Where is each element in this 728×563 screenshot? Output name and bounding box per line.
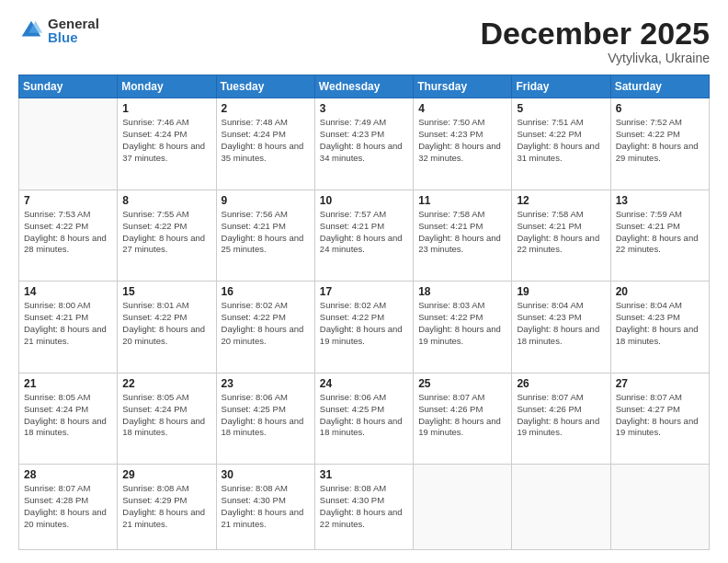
- calendar-cell: 23Sunrise: 8:06 AMSunset: 4:25 PMDayligh…: [216, 373, 314, 465]
- day-info: Sunrise: 7:46 AMSunset: 4:24 PMDaylight:…: [122, 117, 210, 164]
- calendar-cell: 20Sunrise: 8:04 AMSunset: 4:23 PMDayligh…: [610, 282, 709, 373]
- week-row-4: 21Sunrise: 8:05 AMSunset: 4:24 PMDayligh…: [19, 373, 710, 465]
- calendar-cell: [19, 98, 118, 190]
- calendar-cell: 19Sunrise: 8:04 AMSunset: 4:23 PMDayligh…: [512, 282, 610, 373]
- calendar-cell: 24Sunrise: 8:06 AMSunset: 4:25 PMDayligh…: [314, 373, 413, 465]
- day-number: 12: [517, 194, 605, 207]
- day-number: 10: [320, 194, 408, 207]
- title-block: December 2025 Vytylivka, Ukraine: [480, 17, 710, 65]
- day-number: 19: [517, 285, 605, 298]
- calendar-cell: 17Sunrise: 8:02 AMSunset: 4:22 PMDayligh…: [314, 282, 413, 373]
- day-info: Sunrise: 8:04 AMSunset: 4:23 PMDaylight:…: [616, 300, 704, 347]
- day-number: 14: [24, 285, 112, 298]
- calendar-cell: 3Sunrise: 7:49 AMSunset: 4:23 PMDaylight…: [314, 98, 413, 190]
- calendar-cell: 21Sunrise: 8:05 AMSunset: 4:24 PMDayligh…: [19, 373, 118, 465]
- day-info: Sunrise: 8:02 AMSunset: 4:22 PMDaylight:…: [320, 300, 408, 347]
- logo: General Blue: [18, 17, 99, 44]
- day-number: 9: [222, 194, 310, 207]
- weekday-header-friday: Friday: [512, 75, 610, 98]
- calendar-cell: 1Sunrise: 7:46 AMSunset: 4:24 PMDaylight…: [118, 98, 216, 190]
- calendar-cell: 27Sunrise: 8:07 AMSunset: 4:27 PMDayligh…: [610, 373, 709, 465]
- day-number: 23: [222, 377, 310, 390]
- logo-general-text: General: [48, 17, 99, 30]
- day-number: 22: [122, 377, 210, 390]
- day-info: Sunrise: 7:59 AMSunset: 4:21 PMDaylight:…: [616, 209, 704, 256]
- month-title: December 2025: [480, 17, 710, 51]
- day-info: Sunrise: 8:02 AMSunset: 4:22 PMDaylight:…: [222, 300, 310, 347]
- day-info: Sunrise: 7:49 AMSunset: 4:23 PMDaylight:…: [320, 117, 408, 164]
- day-info: Sunrise: 7:51 AMSunset: 4:22 PMDaylight:…: [517, 117, 605, 164]
- weekday-header-thursday: Thursday: [414, 75, 512, 98]
- day-number: 30: [222, 468, 310, 481]
- weekday-header-row: SundayMondayTuesdayWednesdayThursdayFrid…: [19, 75, 710, 98]
- day-info: Sunrise: 8:08 AMSunset: 4:29 PMDaylight:…: [122, 483, 210, 530]
- calendar-cell: 9Sunrise: 7:56 AMSunset: 4:21 PMDaylight…: [216, 190, 314, 282]
- calendar-cell: 29Sunrise: 8:08 AMSunset: 4:29 PMDayligh…: [118, 465, 216, 550]
- calendar-cell: 2Sunrise: 7:48 AMSunset: 4:24 PMDaylight…: [216, 98, 314, 190]
- day-info: Sunrise: 7:53 AMSunset: 4:22 PMDaylight:…: [24, 209, 112, 256]
- day-info: Sunrise: 8:04 AMSunset: 4:23 PMDaylight:…: [517, 300, 605, 347]
- day-info: Sunrise: 7:58 AMSunset: 4:21 PMDaylight:…: [418, 209, 506, 256]
- day-info: Sunrise: 7:56 AMSunset: 4:21 PMDaylight:…: [222, 209, 310, 256]
- week-row-5: 28Sunrise: 8:07 AMSunset: 4:28 PMDayligh…: [19, 465, 710, 550]
- day-number: 27: [616, 377, 704, 390]
- day-number: 11: [418, 194, 506, 207]
- calendar-cell: 22Sunrise: 8:05 AMSunset: 4:24 PMDayligh…: [118, 373, 216, 465]
- week-row-3: 14Sunrise: 8:00 AMSunset: 4:21 PMDayligh…: [19, 282, 710, 373]
- calendar-cell: 13Sunrise: 7:59 AMSunset: 4:21 PMDayligh…: [610, 190, 709, 282]
- calendar-cell: 28Sunrise: 8:07 AMSunset: 4:28 PMDayligh…: [19, 465, 118, 550]
- day-info: Sunrise: 8:06 AMSunset: 4:25 PMDaylight:…: [320, 392, 408, 439]
- calendar-cell: [610, 465, 709, 550]
- day-info: Sunrise: 7:57 AMSunset: 4:21 PMDaylight:…: [320, 209, 408, 256]
- weekday-header-saturday: Saturday: [610, 75, 709, 98]
- day-info: Sunrise: 7:52 AMSunset: 4:22 PMDaylight:…: [616, 117, 704, 164]
- day-number: 31: [320, 468, 408, 481]
- weekday-header-monday: Monday: [118, 75, 216, 98]
- day-number: 5: [517, 102, 605, 115]
- day-number: 4: [418, 102, 506, 115]
- weekday-header-wednesday: Wednesday: [314, 75, 413, 98]
- week-row-1: 1Sunrise: 7:46 AMSunset: 4:24 PMDaylight…: [19, 98, 710, 190]
- day-info: Sunrise: 8:07 AMSunset: 4:27 PMDaylight:…: [616, 392, 704, 439]
- week-row-2: 7Sunrise: 7:53 AMSunset: 4:22 PMDaylight…: [19, 190, 710, 282]
- day-number: 17: [320, 285, 408, 298]
- day-number: 2: [222, 102, 310, 115]
- day-info: Sunrise: 8:07 AMSunset: 4:28 PMDaylight:…: [24, 483, 112, 530]
- day-number: 28: [24, 468, 112, 481]
- day-info: Sunrise: 7:58 AMSunset: 4:21 PMDaylight:…: [517, 209, 605, 256]
- calendar-cell: 30Sunrise: 8:08 AMSunset: 4:30 PMDayligh…: [216, 465, 314, 550]
- day-number: 8: [122, 194, 210, 207]
- day-number: 21: [24, 377, 112, 390]
- location-subtitle: Vytylivka, Ukraine: [480, 51, 710, 65]
- calendar-cell: 15Sunrise: 8:01 AMSunset: 4:22 PMDayligh…: [118, 282, 216, 373]
- day-info: Sunrise: 8:03 AMSunset: 4:22 PMDaylight:…: [418, 300, 506, 347]
- day-info: Sunrise: 7:50 AMSunset: 4:23 PMDaylight:…: [418, 117, 506, 164]
- calendar-cell: 26Sunrise: 8:07 AMSunset: 4:26 PMDayligh…: [512, 373, 610, 465]
- calendar-cell: 10Sunrise: 7:57 AMSunset: 4:21 PMDayligh…: [314, 190, 413, 282]
- day-info: Sunrise: 7:55 AMSunset: 4:22 PMDaylight:…: [122, 209, 210, 256]
- day-number: 1: [122, 102, 210, 115]
- weekday-header-tuesday: Tuesday: [216, 75, 314, 98]
- day-info: Sunrise: 8:00 AMSunset: 4:21 PMDaylight:…: [24, 300, 112, 347]
- calendar-cell: [512, 465, 610, 550]
- logo-icon: [18, 17, 44, 43]
- header: General Blue December 2025 Vytylivka, Uk…: [18, 17, 710, 65]
- day-info: Sunrise: 8:05 AMSunset: 4:24 PMDaylight:…: [122, 392, 210, 439]
- calendar-cell: [414, 465, 512, 550]
- day-info: Sunrise: 8:07 AMSunset: 4:26 PMDaylight:…: [418, 392, 506, 439]
- calendar-cell: 4Sunrise: 7:50 AMSunset: 4:23 PMDaylight…: [414, 98, 512, 190]
- day-info: Sunrise: 8:07 AMSunset: 4:26 PMDaylight:…: [517, 392, 605, 439]
- calendar-cell: 14Sunrise: 8:00 AMSunset: 4:21 PMDayligh…: [19, 282, 118, 373]
- day-number: 7: [24, 194, 112, 207]
- day-number: 6: [616, 102, 704, 115]
- calendar-cell: 11Sunrise: 7:58 AMSunset: 4:21 PMDayligh…: [414, 190, 512, 282]
- calendar-table: SundayMondayTuesdayWednesdayThursdayFrid…: [18, 75, 710, 550]
- day-number: 15: [122, 285, 210, 298]
- page: General Blue December 2025 Vytylivka, Uk…: [0, 0, 728, 563]
- calendar-cell: 12Sunrise: 7:58 AMSunset: 4:21 PMDayligh…: [512, 190, 610, 282]
- calendar-cell: 16Sunrise: 8:02 AMSunset: 4:22 PMDayligh…: [216, 282, 314, 373]
- day-number: 18: [418, 285, 506, 298]
- day-number: 20: [616, 285, 704, 298]
- day-info: Sunrise: 8:05 AMSunset: 4:24 PMDaylight:…: [24, 392, 112, 439]
- day-number: 13: [616, 194, 704, 207]
